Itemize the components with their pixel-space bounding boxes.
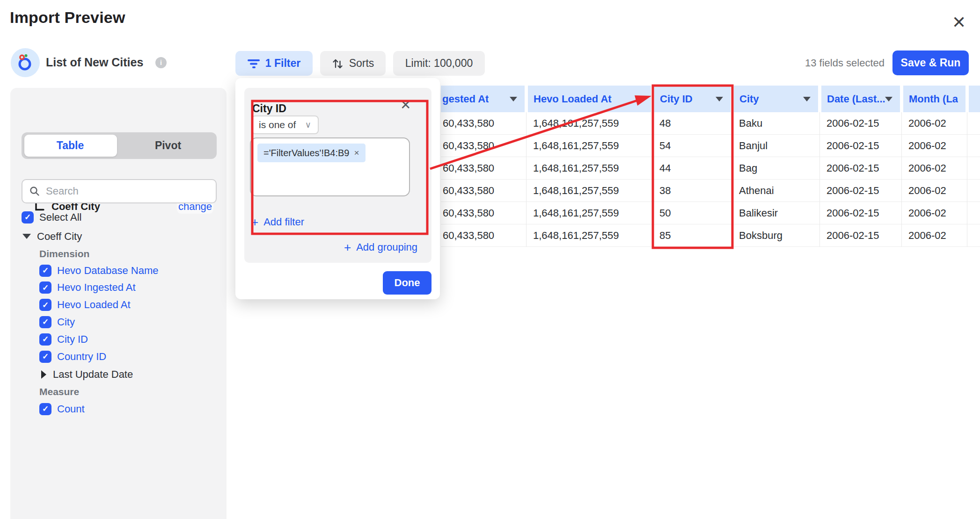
source-avatar — [11, 48, 40, 77]
tree-root-label: Coeff City — [37, 231, 82, 243]
remove-chip-icon[interactable]: × — [354, 148, 359, 158]
dimension-section-label: Dimension — [39, 248, 89, 260]
import-name: List of New Cities — [46, 56, 143, 69]
table-cell: 2006-02-15 — [820, 224, 902, 247]
column-header-label: Hevo Loaded At — [534, 93, 612, 105]
tab-pivot[interactable]: Pivot — [119, 132, 217, 159]
table-cell: Bag — [732, 157, 820, 180]
table-row: 60,433,5801,648,161,257,55944Bag2006-02-… — [441, 157, 980, 180]
add-filter-label: Add filter — [263, 216, 304, 228]
table-row: 60,433,5801,648,161,257,55954Banjul2006-… — [441, 135, 980, 157]
table-cell: 1,648,161,257,559 — [527, 224, 653, 247]
view-mode-toggle: Table Pivot — [22, 132, 217, 159]
table-cell: Baku — [732, 112, 820, 135]
filter-values-box[interactable]: ='FilterValues'!B4:B9 × — [250, 137, 410, 196]
table-cell: 60,433,580 — [441, 202, 527, 224]
table-cell — [967, 180, 980, 202]
table-cell: 2006-02-15 — [820, 135, 902, 157]
table-cell: 54 — [653, 135, 732, 157]
table-cell: 60,433,580 — [441, 135, 527, 157]
column-dropdown-icon[interactable] — [803, 97, 811, 101]
filter-button-label: 1 Filter — [265, 57, 300, 70]
column-header-city-id[interactable]: City ID — [653, 86, 732, 112]
checkbox-checked[interactable]: ✓ — [39, 333, 51, 346]
checkbox-checked[interactable]: ✓ — [39, 351, 51, 363]
table-cell: 2006-02-15 — [820, 112, 902, 135]
checkbox-checked[interactable]: ✓ — [39, 265, 51, 277]
table-cell: 2006-02 — [902, 224, 967, 247]
filter-close-icon[interactable]: ✕ — [400, 99, 411, 112]
field-label: City ID — [57, 333, 88, 346]
looker-logo-icon — [16, 53, 35, 72]
column-dropdown-icon[interactable] — [510, 97, 517, 101]
table-cell: 60,433,580 — [441, 157, 527, 180]
add-grouping-label: Add grouping — [356, 241, 417, 253]
column-header-hevo-loaded-at[interactable]: Hevo Loaded At — [527, 86, 653, 112]
column-header-city[interactable]: City — [732, 86, 820, 112]
checkbox-checked[interactable]: ✓ — [22, 211, 34, 223]
preview-table: gested AtHevo Loaded AtCity IDCityDate (… — [441, 86, 980, 247]
checkbox-checked[interactable]: ✓ — [39, 299, 51, 311]
table-cell: 2006-02-15 — [820, 202, 902, 224]
field-row-hevo-ingested-at: ✓Hevo Ingested At — [39, 279, 136, 296]
table-cell: 1,648,161,257,559 — [527, 157, 653, 180]
field-label: Hevo Loaded At — [57, 299, 131, 311]
table-cell — [967, 157, 980, 180]
field-label: Hevo Database Name — [57, 265, 158, 277]
table-cell: 2006-02-15 — [820, 180, 902, 202]
add-filter-button[interactable]: + Add filter — [251, 216, 304, 228]
info-icon[interactable]: i — [155, 57, 167, 68]
operator-select[interactable]: is one of ∨ — [251, 115, 319, 134]
table-cell: 48 — [653, 112, 732, 135]
checkbox-checked[interactable]: ✓ — [39, 316, 51, 328]
table-cell: 2006-02 — [902, 112, 967, 135]
column-header-label: gested At — [442, 93, 489, 105]
sorts-button[interactable]: Sorts — [320, 51, 386, 76]
field-row-count: ✓Count — [39, 400, 85, 418]
expand-icon[interactable] — [41, 370, 46, 379]
field-row-hevo-loaded-at: ✓Hevo Loaded At — [39, 296, 131, 314]
collapse-icon[interactable] — [22, 234, 31, 239]
table-cell: 38 — [653, 180, 732, 202]
field-label: Count — [57, 403, 85, 415]
column-dropdown-icon[interactable] — [716, 97, 723, 101]
table-cell: 2006-02-15 — [820, 157, 902, 180]
column-header-label: City ID — [660, 93, 693, 105]
column-dropdown-icon[interactable] — [885, 97, 892, 101]
filter-button[interactable]: 1 Filter — [235, 51, 313, 76]
field-row-country-id: ✓Country ID — [39, 348, 106, 365]
field-search[interactable] — [22, 179, 217, 203]
field-label: Country ID — [57, 351, 106, 363]
close-icon[interactable]: ✕ — [952, 14, 966, 31]
sidebar-panel: Coeff Looker Demo change Coeff City chan… — [10, 88, 227, 519]
sort-arrows-icon — [332, 58, 344, 70]
checkbox-checked[interactable]: ✓ — [39, 403, 51, 415]
table-cell: 2006-02 — [902, 135, 967, 157]
checkbox-checked[interactable]: ✓ — [39, 281, 51, 294]
column-header-month-la-[interactable]: Month (La... — [902, 86, 967, 112]
column-header-clipped[interactable] — [967, 86, 980, 112]
table-cell — [967, 135, 980, 157]
column-header-date-last-[interactable]: Date (Last... — [820, 86, 902, 112]
page-title: Import Preview — [10, 8, 125, 27]
add-grouping-button[interactable]: + Add grouping — [344, 241, 417, 253]
select-all-label: Select All — [39, 211, 82, 223]
search-icon — [29, 186, 40, 197]
limit-button-label: Limit: 100,000 — [405, 57, 473, 70]
column-dropdown-icon[interactable] — [636, 97, 644, 101]
tab-table[interactable]: Table — [22, 132, 119, 159]
table-row: 60,433,5801,648,161,257,55938Athenai2006… — [441, 180, 980, 202]
measure-section-label: Measure — [39, 386, 79, 397]
table-cell: 2006-02 — [902, 202, 967, 224]
done-button[interactable]: Done — [383, 271, 431, 295]
fields-selected-count: 13 fields selected — [805, 57, 885, 69]
limit-button[interactable]: Limit: 100,000 — [393, 51, 485, 76]
column-header-gested-at[interactable]: gested At — [441, 86, 527, 112]
search-input[interactable] — [46, 185, 209, 197]
table-cell: 1,648,161,257,559 — [527, 135, 653, 157]
filter-value-text: ='FilterValues'!B4:B9 — [263, 148, 349, 159]
column-header-label: City — [739, 93, 759, 105]
collapsed-field-label: Last Update Date — [53, 368, 133, 381]
table-cell: Balikesir — [732, 202, 820, 224]
save-run-button[interactable]: Save & Run — [892, 50, 969, 75]
